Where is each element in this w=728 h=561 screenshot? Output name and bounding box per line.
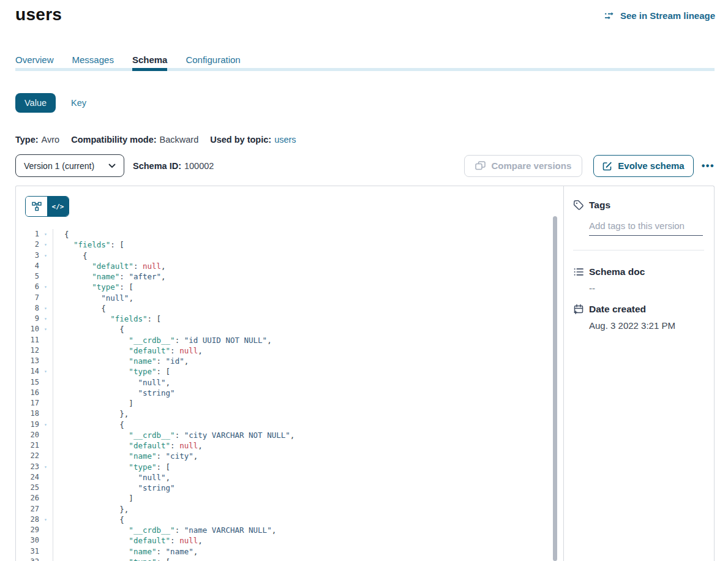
line-number: 4 (16, 261, 39, 271)
code-text: "type": [ (53, 557, 170, 561)
code-text: "__crdb__": "id UUID NOT NULL", (53, 335, 272, 345)
gutter: 31 (16, 546, 53, 557)
code-scrollbar-thumb[interactable] (553, 216, 557, 561)
fold-spacer (39, 271, 52, 282)
tree-view-button[interactable] (26, 197, 47, 216)
fold-toggle-icon[interactable]: ▾ (39, 557, 52, 561)
line-number: 26 (16, 493, 39, 503)
key-toggle-link[interactable]: Key (71, 98, 86, 108)
compare-versions-button[interactable]: Compare versions (464, 155, 582, 177)
fold-toggle-icon[interactable]: ▾ (39, 239, 52, 250)
code-line: 24 "null", (16, 472, 563, 483)
code-line: 14▾ "type": [ (16, 366, 563, 377)
gutter: 16 (16, 388, 53, 398)
code-line: 23▾ "type": [ (16, 462, 563, 472)
line-number: 20 (16, 430, 39, 440)
tab-schema[interactable]: Schema (132, 55, 168, 71)
code-line: 26 ] (16, 493, 563, 503)
code-text: "__crdb__": "name VARCHAR NULL", (53, 525, 276, 535)
fold-toggle-icon[interactable]: ▾ (39, 462, 52, 472)
line-number: 30 (16, 535, 39, 546)
gutter: 30 (16, 535, 53, 546)
code-line: 12 "default": null, (16, 345, 563, 356)
fold-toggle-icon[interactable]: ▾ (39, 366, 52, 377)
code-text: "null", (53, 293, 133, 303)
meta-item: Type:Avro (15, 135, 59, 145)
fold-spacer (39, 483, 52, 493)
topic-link[interactable]: users (274, 135, 296, 145)
line-number: 14 (16, 366, 39, 377)
evolve-schema-button[interactable]: Evolve schema (593, 155, 693, 177)
fold-spacer (39, 409, 52, 419)
schema-page: users See in Stream lineage OverviewMess… (0, 0, 728, 561)
schema-id-value: 100002 (184, 161, 214, 171)
fold-toggle-icon[interactable]: ▾ (39, 303, 52, 314)
see-in-stream-lineage-link[interactable]: See in Stream lineage (604, 10, 715, 21)
code-text: "name": "name", (53, 546, 198, 557)
meta-value: Backward (160, 135, 199, 145)
gutter: 6▾ (16, 282, 53, 292)
gutter: 25 (16, 483, 53, 493)
code-text: "string" (53, 388, 175, 398)
schema-code: 1▾{2▾ "fields": [3▾ {4 "default": null,5… (16, 229, 563, 561)
line-number: 31 (16, 546, 39, 557)
more-options-button[interactable]: ••• (702, 160, 715, 171)
stream-lineage-icon (604, 12, 616, 20)
gutter: 24 (16, 472, 53, 483)
line-number: 32 (16, 557, 39, 561)
fold-toggle-icon[interactable]: ▾ (39, 250, 52, 261)
tags-input[interactable] (589, 219, 703, 236)
code-line: 27 }, (16, 504, 563, 514)
date-created-title: Date created (589, 304, 646, 315)
version-select[interactable]: Version 1 (current) (15, 154, 124, 177)
gutter: 21 (16, 440, 53, 451)
line-number: 5 (16, 271, 39, 282)
code-view-button[interactable]: </> (47, 197, 69, 216)
tab-overview[interactable]: Overview (15, 55, 54, 71)
line-number: 12 (16, 345, 39, 356)
fold-toggle-icon[interactable]: ▾ (39, 514, 52, 525)
lineage-link-label: See in Stream lineage (620, 10, 715, 21)
line-number: 9 (16, 314, 39, 324)
line-number: 2 (16, 239, 39, 250)
line-number: 8 (16, 303, 39, 314)
fold-spacer (39, 293, 52, 303)
meta-label: Compatibility mode: (71, 135, 156, 145)
tree-view-icon (32, 201, 42, 211)
fold-toggle-icon[interactable]: ▾ (39, 420, 52, 430)
tab-configuration[interactable]: Configuration (186, 55, 240, 71)
gutter: 8▾ (16, 303, 53, 314)
code-text: "name": "city", (53, 451, 198, 461)
code-text: "null", (53, 472, 170, 483)
schema-id-label: Schema ID: (133, 161, 181, 171)
meta-item: Used by topic:users (210, 135, 296, 145)
fold-spacer (39, 345, 52, 356)
code-line: 11 "__crdb__": "id UUID NOT NULL", (16, 335, 563, 345)
tags-heading: Tags (573, 200, 704, 211)
date-created-section: Date created Aug. 3 2022 3:21 PM (573, 304, 704, 331)
code-text: { (53, 303, 106, 314)
gutter: 18 (16, 409, 53, 419)
code-text: "name": "after", (53, 271, 166, 282)
code-text: "type": [ (53, 366, 170, 377)
schema-meta-row: Type:AvroCompatibility mode:BackwardUsed… (15, 135, 296, 145)
fold-toggle-icon[interactable]: ▾ (39, 314, 52, 324)
fold-toggle-icon[interactable]: ▾ (39, 229, 52, 239)
gutter: 13 (16, 356, 53, 366)
code-text: ] (53, 493, 133, 503)
line-number: 16 (16, 388, 39, 398)
code-text: { (53, 514, 124, 525)
date-created-value: Aug. 3 2022 3:21 PM (589, 320, 704, 331)
fold-toggle-icon[interactable]: ▾ (39, 324, 52, 334)
value-toggle-button[interactable]: Value (15, 93, 56, 113)
code-text: "string" (53, 483, 175, 493)
code-view-icon: </> (52, 203, 64, 211)
schema-id: Schema ID: 100002 (133, 161, 214, 171)
gutter: 32▾ (16, 557, 53, 561)
gutter: 12 (16, 345, 53, 356)
fold-spacer (39, 377, 52, 388)
tab-messages[interactable]: Messages (72, 55, 114, 71)
fold-toggle-icon[interactable]: ▾ (39, 282, 52, 292)
line-number: 27 (16, 504, 39, 514)
gutter: 2▾ (16, 239, 53, 250)
